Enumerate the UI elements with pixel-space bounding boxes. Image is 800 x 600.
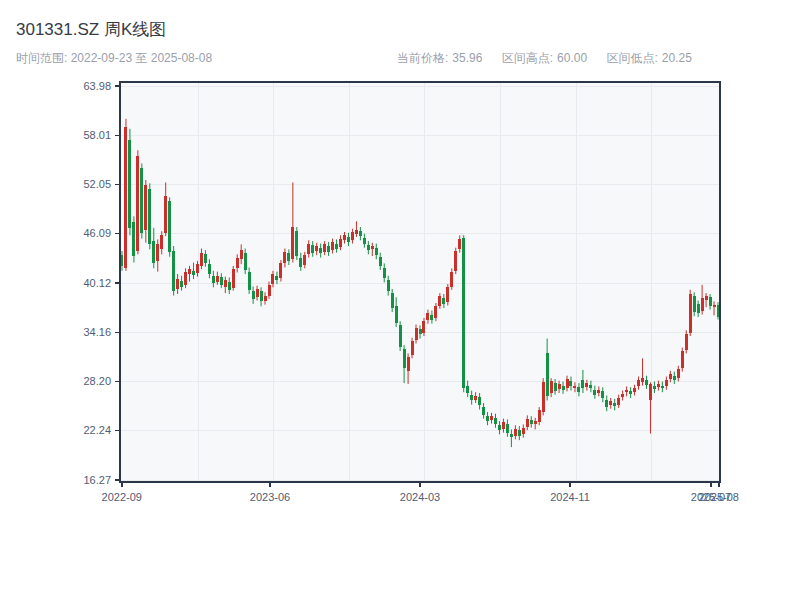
y-tick-label: 34.16 — [83, 326, 111, 338]
y-tick-label: 40.12 — [83, 277, 111, 289]
candle — [172, 246, 175, 296]
candle — [681, 348, 684, 372]
y-tick-label: 28.20 — [83, 375, 111, 387]
candle — [148, 183, 151, 249]
candle — [454, 248, 457, 274]
kline-page: 301331.SZ 周K线图 时间范围: 2022-09-23 至 2025-0… — [0, 0, 800, 600]
x-tick-label: 2023-06 — [250, 491, 290, 503]
y-tick-label: 58.01 — [83, 129, 111, 141]
candle — [124, 119, 127, 271]
kline-chart: 63.9858.0152.0546.0940.1234.1628.2022.24… — [0, 0, 800, 600]
x-tick-label: 2022-09 — [102, 491, 142, 503]
candle — [136, 150, 139, 254]
candle — [132, 216, 135, 262]
y-axis: 63.9858.0152.0546.0940.1234.1628.2022.24… — [83, 80, 120, 486]
x-tick-label: 2024-03 — [400, 491, 440, 503]
y-tick-label: 63.98 — [83, 80, 111, 92]
candle — [295, 227, 298, 260]
candle — [140, 163, 143, 238]
candle — [717, 302, 720, 319]
x-tick-label: 2025-08 — [699, 491, 739, 503]
candle — [685, 330, 688, 353]
x-tick-label: 2024-11 — [550, 491, 590, 503]
candle — [128, 129, 131, 236]
y-tick-label: 22.24 — [83, 424, 111, 436]
candle — [399, 321, 402, 351]
candle — [232, 266, 235, 291]
candle — [689, 290, 692, 336]
candle — [542, 378, 545, 415]
candle — [462, 235, 465, 392]
x-axis: 2022-092023-062024-032024-112025-072025-… — [102, 482, 739, 503]
y-tick-label: 46.09 — [83, 227, 111, 239]
y-tick-label: 52.05 — [83, 178, 111, 190]
candle — [168, 197, 171, 256]
y-tick-label: 16.27 — [83, 474, 111, 486]
plot-area — [120, 82, 720, 482]
